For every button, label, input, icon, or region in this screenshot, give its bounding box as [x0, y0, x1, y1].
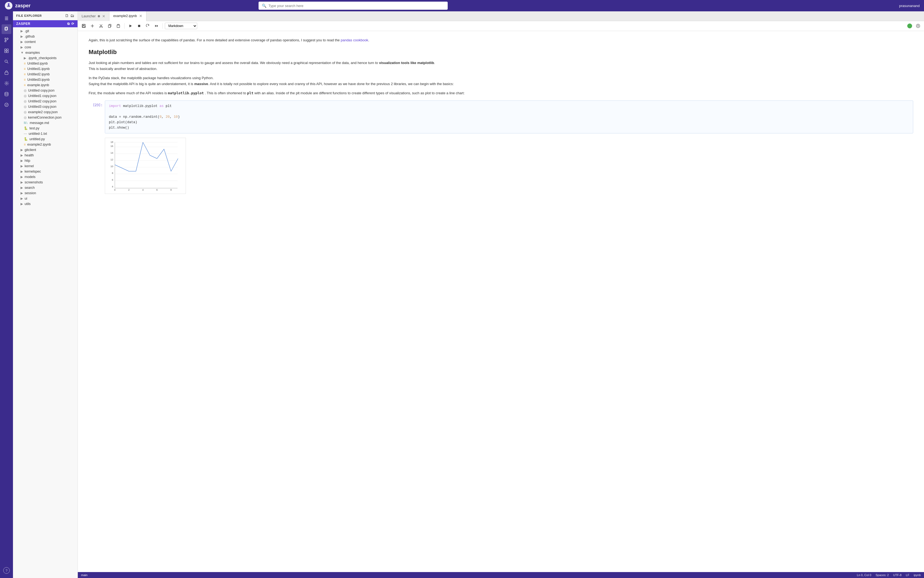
sidebar-item-search-nav[interactable]: [2, 57, 11, 67]
sidebar-item-test-py[interactable]: 🐍 test.py: [13, 126, 78, 131]
sidebar-item-utils-folder[interactable]: ▶ utils: [13, 201, 78, 207]
sidebar-label: untitled.py: [29, 137, 45, 141]
sidebar-label: .ipynb_checkpoints: [28, 56, 57, 60]
y-label-16: 16: [110, 145, 113, 148]
sidebar-item-menu[interactable]: ☰: [2, 13, 11, 23]
files-icon: [4, 27, 9, 32]
json-icon: ◎: [24, 99, 26, 103]
search-bar[interactable]: 🔍: [258, 2, 448, 10]
sidebar-item-untitled3-ipynb[interactable]: ≡ Untitled3.ipynb: [13, 77, 78, 82]
tab-launcher-close[interactable]: ✕: [102, 14, 106, 18]
toolbar: Markdown Code Raw: [78, 21, 924, 31]
sidebar-item-untitled1-copy-json[interactable]: ◎ Untitled1 copy.json: [13, 93, 78, 99]
folder-icon: ▶: [21, 186, 23, 190]
restart-button[interactable]: [144, 22, 151, 30]
sidebar-item-untitled-copy-json[interactable]: ◎ Untitled copy.json: [13, 88, 78, 93]
code-plain: matplotlib.pyplot: [123, 104, 160, 108]
sidebar-label: .github: [24, 34, 35, 38]
sidebar-item-kernelspec-folder[interactable]: ▶ kernelspec: [13, 169, 78, 174]
notebook-icon: ≡: [24, 62, 26, 65]
kernel-status-indicator: [907, 23, 912, 28]
sidebar-item-search-folder[interactable]: ▶ search: [13, 185, 78, 190]
brand-refresh-icon[interactable]: ⟳: [71, 22, 74, 26]
fast-forward-button[interactable]: [153, 22, 160, 30]
sidebar-label: content: [24, 40, 36, 44]
sidebar-item-http-folder[interactable]: ▶ http: [13, 158, 78, 163]
sidebar-item-kernel-connection-json[interactable]: ◎ kernelConnection.json: [13, 115, 78, 120]
copy-button[interactable]: [106, 22, 114, 30]
sidebar-item-untitled-py[interactable]: 🐍 untitled.py: [13, 136, 78, 142]
sidebar-item-untitled-ipynb[interactable]: ≡ Untitled.ipynb: [13, 61, 78, 66]
json-icon: ◎: [24, 110, 26, 114]
sidebar-label: utils: [24, 202, 31, 206]
code-plain-show: plt.show(): [109, 126, 129, 130]
pandas-cookbook-link[interactable]: pandas cookbook: [341, 38, 368, 42]
paste-button[interactable]: [115, 22, 122, 30]
tab-example2-ipynb[interactable]: example2.ipynb ✕: [109, 11, 146, 21]
code-cell-content[interactable]: import matplotlib.pyplot as plt data = n…: [105, 101, 913, 133]
sidebar-item-git[interactable]: [2, 35, 11, 45]
sidebar-item-example2-copy-json[interactable]: ◎ example2 copy.json: [13, 109, 78, 115]
cell-number: [23]:: [89, 101, 105, 133]
sidebar-item-checkmark[interactable]: [2, 100, 11, 110]
brand-copy-icon[interactable]: ⧉: [67, 22, 70, 26]
search-input[interactable]: [268, 4, 445, 8]
svg-rect-17: [83, 24, 84, 25]
sidebar-item-example2-ipynb[interactable]: ≡ example2.ipynb: [13, 142, 78, 147]
sidebar-item-help[interactable]: ?: [3, 567, 10, 574]
sidebar-item-gitclient-folder[interactable]: ▶ gitclient: [13, 147, 78, 153]
notebook-icon: ≡: [24, 72, 26, 76]
save-button[interactable]: [80, 22, 88, 30]
sidebar-item-examples-folder[interactable]: ▼ examples: [13, 50, 78, 55]
svg-point-5: [7, 38, 8, 39]
y-label-6: 6: [112, 179, 113, 181]
sidebar-item-content-folder[interactable]: ▶ content: [13, 39, 78, 45]
sidebar-item-untitled2-copy-json[interactable]: ◎ Untitled2 copy.json: [13, 99, 78, 104]
new-folder-icon[interactable]: 🗂: [70, 13, 74, 18]
code-cell-23: [23]: import matplotlib.pyplot as plt da…: [89, 101, 913, 133]
tab-example2-label: example2.ipynb: [113, 14, 137, 18]
sidebar-item-ipynb-checkpoints[interactable]: ▶ .ipynb_checkpoints: [13, 55, 78, 61]
sidebar-label: session: [24, 191, 36, 195]
json-icon: ◎: [24, 94, 26, 98]
cell-type-select[interactable]: Markdown Code Raw: [165, 23, 197, 29]
sidebar-item-github-folder[interactable]: ▶ .github: [13, 34, 78, 39]
md-icon: M↓: [24, 121, 28, 125]
sidebar-item-git-folder[interactable]: ▶ .git: [13, 28, 78, 34]
sidebar-item-extensions[interactable]: [2, 46, 11, 56]
sidebar-item-untitled-1-txt[interactable]: — untitled-1.txt: [13, 131, 78, 136]
add-cell-button[interactable]: [89, 22, 96, 30]
kernel-settings-icon: [916, 24, 920, 28]
para2-end: . And it is totally not possible to expl…: [208, 82, 454, 86]
sidebar-item-health-folder[interactable]: ▶ health: [13, 153, 78, 158]
cut-button[interactable]: [97, 22, 105, 30]
sidebar-item-core-folder[interactable]: ▶ core: [13, 45, 78, 50]
sidebar-label: Untitled.ipynb: [27, 62, 48, 65]
sidebar-item-database[interactable]: [2, 89, 11, 99]
sidebar-item-screenshots-folder[interactable]: ▶ screenshots: [13, 180, 78, 185]
sidebar-item-ui-folder[interactable]: ▶ ui: [13, 196, 78, 201]
sidebar-item-untitled2-ipynb[interactable]: ≡ Untitled2.ipynb: [13, 71, 78, 77]
sidebar-item-example-ipynb[interactable]: ≡ example.ipynb: [13, 82, 78, 88]
sidebar-item-lock[interactable]: [2, 68, 11, 77]
tab-launcher[interactable]: Launcher ✕: [78, 11, 109, 21]
stop-button[interactable]: [135, 22, 143, 30]
x-label-2: 2: [128, 188, 130, 191]
tab-launcher-indicator: [98, 15, 100, 17]
sidebar-item-untitled1-ipynb[interactable]: ≡ Untitled1.ipynb: [13, 66, 78, 71]
kw-import: import: [109, 104, 121, 108]
sidebar-item-settings[interactable]: [2, 78, 11, 88]
sidebar-item-untitled3-copy-json[interactable]: ◎ Untitled3 copy.json: [13, 104, 78, 109]
sidebar-item-files[interactable]: [2, 24, 11, 34]
new-file-icon[interactable]: 🗋: [65, 13, 69, 18]
sidebar-label: Untitled3.ipynb: [27, 78, 50, 81]
json-icon: ◎: [24, 105, 26, 109]
run-button[interactable]: [127, 22, 134, 30]
sidebar-item-session-folder[interactable]: ▶ session: [13, 190, 78, 196]
code-line-4: plt.show(): [109, 125, 909, 130]
sidebar-item-kernel-folder[interactable]: ▶ kernel: [13, 163, 78, 169]
tab-example2-close[interactable]: ✕: [139, 14, 142, 18]
sidebar-item-models-folder[interactable]: ▶ models: [13, 174, 78, 180]
sidebar-item-message-md[interactable]: M↓ message.md: [13, 120, 78, 126]
kernel-settings-button[interactable]: [914, 22, 922, 30]
